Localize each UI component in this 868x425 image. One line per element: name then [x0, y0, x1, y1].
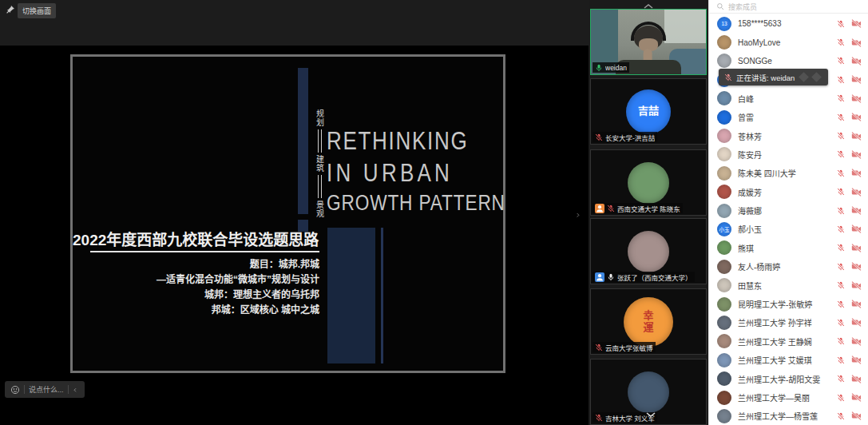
row-status-icons [837, 262, 862, 271]
camera-muted-icon [851, 411, 862, 420]
participant-row[interactable]: 曾雷 [709, 108, 868, 126]
participant-name: 158****5633 [738, 19, 832, 28]
screen-share-area: 切换画面 规划 建筑 景观 RETHINKING IN URBAN GROWTH… [0, 0, 589, 425]
participant-name: 海薇娜 [738, 205, 832, 216]
mic-muted-icon [595, 344, 603, 352]
mic-muted-icon [837, 132, 845, 140]
mic-on-icon [607, 273, 615, 281]
mic-muted-icon [837, 150, 845, 158]
row-status-icons [837, 132, 862, 141]
thumbnail-name-label: 张跃了（西南交通大学） [593, 272, 695, 282]
participant-name: SONGGe [738, 57, 832, 66]
participant-name: 陈未美 四川大学 [738, 167, 832, 179]
mic-muted-icon [837, 281, 845, 289]
row-status-icons [837, 355, 862, 364]
chevron-down-icon[interactable] [644, 410, 657, 418]
row-status-icons [837, 169, 862, 177]
camera-muted-icon [851, 337, 862, 346]
mic-muted-icon [595, 414, 603, 422]
video-thumbnail[interactable]: 吉喆 长安大学-洪吉喆 [590, 78, 707, 145]
avatar: 小玉 [717, 222, 731, 236]
watermark [799, 72, 810, 82]
participant-row[interactable]: 田慧东 [709, 276, 868, 294]
mic-muted-icon [837, 188, 845, 196]
participant-row[interactable]: 苍林芳 [709, 126, 868, 145]
avatar [717, 129, 731, 143]
camera-muted-icon [851, 244, 862, 252]
pin-icon [6, 5, 15, 14]
row-status-icons [837, 244, 862, 252]
member-badge-icon [595, 272, 604, 282]
avatar [717, 54, 731, 68]
avatar [717, 166, 731, 181]
participant-row[interactable]: 白峰 [709, 89, 868, 108]
participant-row[interactable]: 兰州理工大学—吴丽 [709, 388, 868, 407]
mic-muted-icon [837, 207, 845, 215]
tag-planning: 规划 [314, 109, 326, 127]
participant-row[interactable]: 友人-杨雨婷 [709, 257, 868, 276]
row-status-icons [837, 318, 862, 327]
participant-row[interactable]: HaoMyLove [709, 33, 868, 51]
video-thumbnail[interactable]: 西南交通大学 陈晓东 [590, 149, 707, 216]
chevron-left-icon[interactable] [73, 387, 79, 393]
participant-row[interactable]: 海薇娜 [709, 201, 868, 220]
participant-row[interactable]: 成媛芳 [709, 183, 868, 201]
smiley-icon [10, 385, 20, 395]
switch-view-button[interactable]: 切换画面 [18, 3, 56, 18]
row-status-icons [837, 337, 862, 346]
mic-muted-icon [837, 356, 845, 364]
participant-name: HaoMyLove [738, 38, 832, 47]
participant-row[interactable]: 兰州理工大学 王静娴 [709, 332, 868, 351]
mic-muted-icon [837, 244, 845, 252]
camera-muted-icon [851, 150, 862, 159]
presentation-slide: 规划 建筑 景观 RETHINKING IN URBAN GROWTH PATT… [70, 54, 505, 373]
camera-muted-icon [851, 57, 862, 66]
avatar [717, 371, 731, 386]
participant-row[interactable]: 昆明理工大学-张敏婷 [709, 295, 868, 313]
mic-muted-icon [837, 394, 845, 402]
participant-row[interactable]: 陈安丹 [709, 145, 868, 164]
participant-row[interactable]: 兰州理工大学 艾媛琪 [709, 351, 868, 369]
avatar [717, 316, 731, 330]
participant-name: 西南交通大学 陈晓东 [617, 204, 680, 213]
collapse-sidebar-handle[interactable] [573, 205, 585, 225]
participant-row[interactable]: 兰州理工大学—杨雪莲 [709, 407, 868, 425]
row-status-icons [837, 38, 862, 47]
participant-row[interactable]: 小玉 郝小玉 [709, 220, 868, 238]
mic-muted-icon [837, 76, 845, 84]
mic-muted-icon [837, 263, 845, 271]
participant-name: 陈安丹 [738, 149, 832, 161]
camera-muted-icon [851, 224, 862, 233]
video-thumbnail-active-speaker[interactable]: weidan [590, 9, 707, 75]
camera-muted-icon [851, 300, 862, 308]
row-status-icons [837, 188, 862, 197]
mic-muted-icon [837, 412, 845, 420]
thumbnail-name-label: 云南大学张敏博 [593, 342, 656, 352]
avatar [717, 353, 731, 367]
participant-row[interactable]: 陈未美 四川大学 [709, 164, 868, 182]
participant-name: 兰州理工大学 艾媛琪 [738, 354, 832, 366]
tag-divider [318, 129, 322, 153]
quick-chat-pill[interactable]: 说点什么... [5, 381, 85, 398]
search-bar[interactable]: 搜索成员 [709, 0, 868, 14]
participant-name: 兰州理工大学 孙宇祥 [738, 316, 832, 328]
camera-muted-icon [851, 188, 862, 197]
participant-row[interactable]: 13 158****5633 [709, 14, 868, 33]
video-thumbnail[interactable]: 张跃了（西南交通大学） [590, 218, 707, 284]
participant-name: 田慧东 [738, 280, 832, 292]
row-status-icons [837, 281, 862, 290]
watermark [812, 72, 822, 82]
meeting-app-root: 切换画面 规划 建筑 景观 RETHINKING IN URBAN GROWTH… [0, 0, 868, 425]
row-status-icons [837, 393, 862, 402]
participant-row[interactable]: 熊琪 [709, 239, 868, 257]
slide-detail-line: 题目：城邦.邦城 [73, 257, 319, 272]
slide-accent-bar [298, 68, 308, 214]
participant-row[interactable]: 兰州理工大学 孙宇祥 [709, 313, 868, 332]
row-status-icons [837, 94, 862, 103]
avatar [628, 162, 669, 204]
avatar: 吉喆 [626, 89, 671, 134]
participant-row[interactable]: SONGGe [709, 52, 868, 70]
camera-muted-icon [851, 132, 862, 141]
participant-row[interactable]: 兰州理工大学-胡阳文雯 [709, 369, 868, 387]
video-thumbnail[interactable]: 幸 運 云南大学张敏博 [590, 288, 707, 355]
